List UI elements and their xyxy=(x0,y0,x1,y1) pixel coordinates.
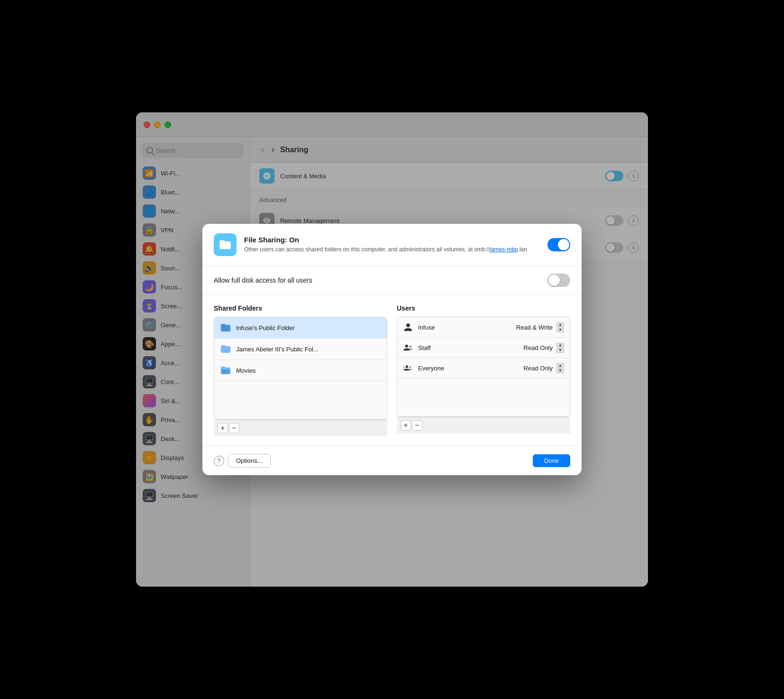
user-item-everyone[interactable]: Everyone Read Only ▲ ▼ xyxy=(397,358,570,378)
svg-rect-0 xyxy=(221,369,230,374)
user-name-staff: Staff xyxy=(418,344,519,351)
smb-suffix: .lan xyxy=(518,246,527,253)
folder-name-3: Movies xyxy=(236,367,381,374)
permission-staff[interactable]: Read Only ▲ ▼ xyxy=(524,343,564,353)
add-user-button[interactable]: + xyxy=(401,420,411,431)
stepper-up-infuse[interactable]: ▲ xyxy=(556,322,564,327)
user-icon-everyone xyxy=(403,363,413,373)
modal-content: Shared Folders Infuse's Public Folder xyxy=(202,295,582,446)
folder-item-2[interactable]: James Abeler III's Public Fol... xyxy=(214,339,387,360)
user-name-infuse: Infuse xyxy=(418,324,511,331)
sharing-header: File Sharing: On Other users can access … xyxy=(202,224,582,266)
folder-list-footer: + − xyxy=(214,420,387,436)
stepper-up-staff[interactable]: ▲ xyxy=(556,343,564,348)
file-sharing-toggle[interactable] xyxy=(547,238,570,251)
permission-value-staff: Read Only xyxy=(524,344,553,351)
user-icon-infuse xyxy=(403,322,413,332)
add-folder-button[interactable]: + xyxy=(218,423,228,433)
remove-folder-button[interactable]: − xyxy=(229,423,239,433)
done-button[interactable]: Done xyxy=(533,454,570,467)
folder-name-1: Infuse's Public Folder xyxy=(236,324,381,331)
file-sharing-modal: File Sharing: On Other users can access … xyxy=(202,224,582,475)
shared-folders-column: Shared Folders Infuse's Public Folder xyxy=(214,304,387,436)
sharing-info: File Sharing: On Other users can access … xyxy=(244,236,547,254)
shared-folders-header: Shared Folders xyxy=(214,304,387,312)
permission-everyone[interactable]: Read Only ▲ ▼ xyxy=(524,363,564,373)
stepper-down-everyone[interactable]: ▼ xyxy=(556,368,564,373)
disk-access-row: Allow full disk access for all users xyxy=(202,266,582,295)
modal-overlay: File Sharing: On Other users can access … xyxy=(136,112,648,587)
smb-address: james-mbp xyxy=(490,246,518,253)
permission-stepper-everyone[interactable]: ▲ ▼ xyxy=(556,363,564,373)
modal-footer: ? Options... Done xyxy=(202,446,582,475)
help-button[interactable]: ? xyxy=(214,456,224,466)
users-list-footer: + − xyxy=(397,417,570,433)
file-sharing-icon xyxy=(214,233,237,256)
permission-stepper-infuse[interactable]: ▲ ▼ xyxy=(556,322,564,332)
sharing-desc-text: Other users can access shared folders on… xyxy=(244,246,490,253)
stepper-down-staff[interactable]: ▼ xyxy=(556,348,564,353)
user-icon-staff xyxy=(403,342,413,353)
remove-user-button[interactable]: − xyxy=(412,420,422,431)
users-column: Users Infuse xyxy=(397,304,570,436)
user-item-staff[interactable]: Staff Read Only ▲ ▼ xyxy=(397,338,570,358)
user-name-everyone: Everyone xyxy=(418,365,519,372)
stepper-down-infuse[interactable]: ▼ xyxy=(556,328,564,332)
two-column: Shared Folders Infuse's Public Folder xyxy=(214,304,570,436)
permission-stepper-staff[interactable]: ▲ ▼ xyxy=(556,343,564,353)
user-item-infuse[interactable]: Infuse Read & Write ▲ ▼ xyxy=(397,317,570,338)
users-list-spacer xyxy=(397,378,570,416)
shared-folders-list: Infuse's Public Folder James Abeler III'… xyxy=(214,317,387,420)
stepper-up-everyone[interactable]: ▲ xyxy=(556,363,564,368)
folder-name-2: James Abeler III's Public Fol... xyxy=(236,346,381,353)
options-button[interactable]: Options... xyxy=(228,454,271,468)
users-list: Infuse Read & Write ▲ ▼ xyxy=(397,317,570,417)
disk-access-toggle[interactable] xyxy=(547,274,570,287)
permission-value-infuse: Read & Write xyxy=(516,324,553,331)
disk-access-label: Allow full disk access for all users xyxy=(214,276,547,284)
permission-infuse[interactable]: Read & Write ▲ ▼ xyxy=(516,322,564,332)
sharing-desc: Other users can access shared folders on… xyxy=(244,246,547,254)
users-header: Users xyxy=(397,304,570,312)
permission-value-everyone: Read Only xyxy=(524,365,553,372)
folder-icon-2 xyxy=(220,343,231,355)
folder-item-3[interactable]: Movies xyxy=(214,360,387,381)
sharing-title: File Sharing: On xyxy=(244,236,547,244)
folder-item-1[interactable]: Infuse's Public Folder xyxy=(214,317,387,339)
folder-list-spacer xyxy=(214,381,387,419)
mac-window: Search 📶 Wi-Fi... 🔷 Bluet... 🌐 Netw... 🔒… xyxy=(136,112,648,587)
folder-icon-3 xyxy=(220,365,231,376)
folder-icon-1 xyxy=(220,322,231,333)
